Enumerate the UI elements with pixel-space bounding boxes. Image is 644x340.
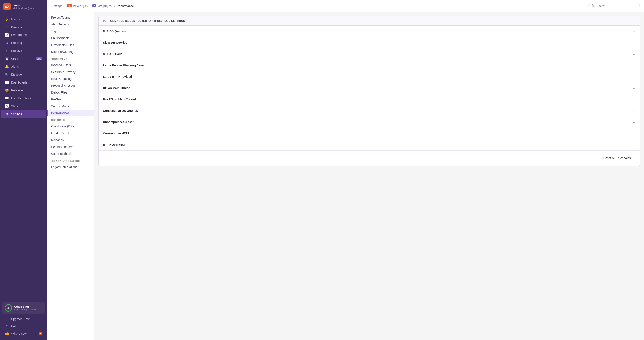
settings-nav-issue-grouping[interactable]: Issue Grouping [47,75,94,82]
releases-icon: 📦 [5,88,9,92]
accordion-item: Uncompressed Asset ⌄ [99,116,640,128]
breadcrumb-sep-1: › [64,4,65,8]
accordion-row-7[interactable]: Consecutive DB Queries ⌄ [99,105,640,116]
sidebar-item-label: Stats [11,104,18,108]
org-switcher[interactable]: NX new-org abdullah.khan@sen... [0,0,47,14]
settings-nav-alert-settings[interactable]: Alert Settings [47,21,94,28]
org-avatar: NX [4,3,11,10]
accordion-label: N+1 API Calls [103,52,122,56]
accordion-list: N+1 DB Queries ⌄ Slow DB Queries ⌄ N+1 A… [99,26,640,150]
chevron-down-icon: ⌄ [633,75,635,78]
projects-icon: 🗂 [5,25,9,29]
alerts-icon: 🔔 [5,65,9,68]
performance-icon: 📈 [5,33,9,37]
sidebar-item-stats[interactable]: 📉 Stats [1,102,46,110]
panel-title: PERFORMANCE ISSUES - DETECTOR THRESHOLD … [103,20,635,22]
settings-nav-inbound-filters[interactable]: Inbound Filters [47,62,94,68]
user-feedback-icon: 💬 [5,96,9,100]
sidebar-item-issues[interactable]: ⚡ Issues [1,16,46,23]
breadcrumb-org[interactable]: new-org-xy [74,4,88,8]
sidebar-item-releases[interactable]: 📦 Releases [1,86,46,94]
search-bar[interactable]: 🔍 [588,3,640,9]
accordion-row-8[interactable]: Uncompressed Asset ⌄ [99,116,640,128]
accordion-label: Consecutive HTTP [103,132,130,135]
accordion-item: Consecutive HTTP ⌄ [99,128,640,139]
settings-nav-user-feedback[interactable]: User Feedback [47,150,94,157]
sidebar-item-label: Crons [11,57,19,60]
topbar: Settings › NX new-org-xy › V vite-projec… [47,0,644,12]
issues-icon: ⚡ [5,17,9,21]
search-input[interactable] [597,4,636,8]
search-icon: 🔍 [592,4,595,8]
settings-nav-debug-files[interactable]: Debug Files [47,89,94,96]
accordion-row-6[interactable]: File I/O on Main Thread ⌄ [99,94,640,105]
settings-nav-releases[interactable]: Releases [47,136,94,144]
whats-new-icon: 📻 [5,332,9,336]
settings-nav-source-maps[interactable]: Source Maps [47,103,94,110]
accordion-row-10[interactable]: HTTP Overhead ⌄ [99,139,640,150]
sidebar-item-user-feedback[interactable]: 💬 User Feedback [1,94,46,102]
settings-nav-client-keys--dsn-[interactable]: Client Keys (DSN) [47,123,94,130]
settings-icon: ⚙ [5,112,9,116]
accordion-row-5[interactable]: DB on Main Thread ⌄ [99,82,640,94]
footer-nav-help[interactable]: ? Help [1,323,46,330]
org-name: new-org [13,4,44,7]
breadcrumb-sep-2: › [90,4,91,8]
org-email: abdullah.khan@sen... [13,7,44,10]
sidebar-item-label: Alerts [11,65,19,68]
settings-nav-data-forwarding[interactable]: Data Forwarding [47,48,94,55]
accordion-item: Slow DB Queries ⌄ [99,37,640,48]
accordion-row-0[interactable]: N+1 DB Queries ⌄ [99,26,640,37]
sidebar-item-label: Performance [11,33,28,36]
footer-nav-upgrade[interactable]: ↑ Upgrade Now [1,316,46,322]
accordion-label: HTTP Overhead [103,143,126,146]
accordion-label: Slow DB Queries [103,41,127,44]
chevron-down-icon: ⌄ [633,64,635,67]
sidebar-item-performance[interactable]: 📈 Performance [1,31,46,39]
accordion-row-2[interactable]: N+1 API Calls ⌄ [99,48,640,60]
sidebar-item-label: Issues [11,18,20,21]
breadcrumb-settings[interactable]: Settings [52,4,62,8]
settings-nav-ownership-rules[interactable]: Ownership Rules [47,42,94,48]
footer-nav-whats-new[interactable]: 📻 What's new 1 [1,330,46,337]
settings-nav-security---privacy[interactable]: Security & Privacy [47,68,94,75]
sidebar-item-discover[interactable]: 🔍 Discover [1,71,46,78]
sidebar-item-projects[interactable]: 🗂 Projects [1,23,46,31]
chevron-down-icon: ⌄ [633,41,635,44]
breadcrumb-project[interactable]: vite-project [98,4,112,8]
settings-nav-processing-issues[interactable]: Processing Issues [47,82,94,89]
accordion-row-9[interactable]: Consecutive HTTP ⌄ [99,128,640,139]
content-layout: Project TeamsAlert SettingsTagsEnvironme… [47,12,644,340]
settings-section-legacy-integrations: Legacy Integrations [47,157,94,164]
settings-nav-performance[interactable]: Performance [47,110,94,116]
chevron-down-icon: ⌄ [633,143,635,146]
detector-panel: PERFORMANCE ISSUES - DETECTOR THRESHOLD … [98,16,640,166]
sidebar-item-crons[interactable]: ⏰ Crons beta [1,55,46,62]
accordion-item: Large HTTP Payload ⌄ [99,71,640,82]
accordion-item: DB on Main Thread ⌄ [99,82,640,94]
sidebar-item-label: Dashboards [11,81,28,84]
panel-header: PERFORMANCE ISSUES - DETECTOR THRESHOLD … [99,16,640,26]
sidebar-item-alerts[interactable]: 🔔 Alerts [1,63,46,70]
dashboards-icon: 📊 [5,80,9,84]
quick-start-card[interactable]: 4 Quick Start 4 Remaining tasks [2,302,45,314]
settings-nav-project-teams[interactable]: Project Teams [47,14,94,21]
accordion-row-3[interactable]: Large Render Blocking Asset ⌄ [99,60,640,71]
settings-nav-legacy-integrations[interactable]: Legacy Integrations [47,164,94,170]
settings-nav-tags[interactable]: Tags [47,28,94,35]
breadcrumb: Settings › NX new-org-xy › V vite-projec… [52,4,134,8]
reset-all-thresholds-button[interactable]: Reset All Thresholds [599,154,635,162]
settings-nav-proguard[interactable]: ProGuard [47,96,94,103]
sidebar-item-replays[interactable]: ▷ Replays [1,47,46,54]
settings-nav-environments[interactable]: Environments [47,35,94,42]
accordion-label: N+1 DB Queries [103,30,126,33]
sidebar-item-profiling[interactable]: ⊙ Profiling [1,39,46,47]
settings-nav-security-headers[interactable]: Security Headers [47,144,94,150]
settings-section-processing: Processing [47,55,94,62]
settings-nav-loader-script[interactable]: Loader Script [47,130,94,136]
sidebar-item-settings[interactable]: ⚙ Settings [1,110,46,118]
chevron-down-icon: ⌄ [633,30,635,33]
accordion-row-1[interactable]: Slow DB Queries ⌄ [99,37,640,48]
accordion-row-4[interactable]: Large HTTP Payload ⌄ [99,71,640,82]
sidebar-item-dashboards[interactable]: 📊 Dashboards [1,78,46,86]
